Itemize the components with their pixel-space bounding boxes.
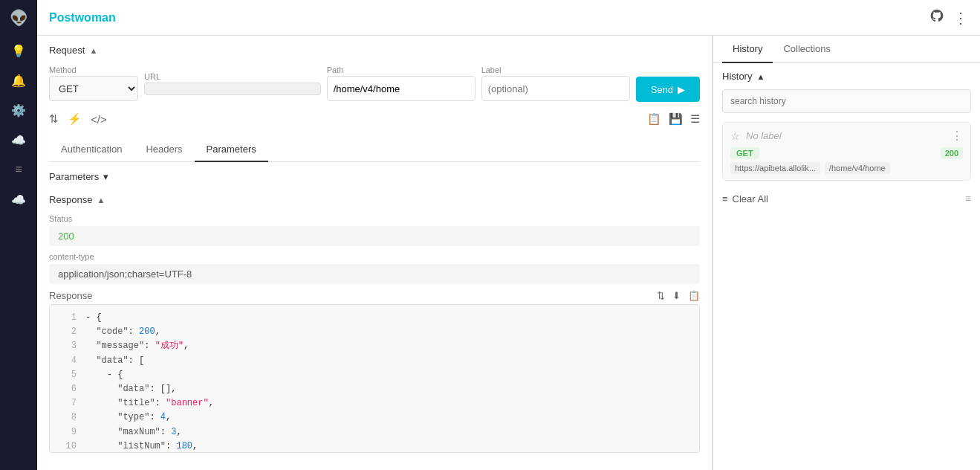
path-label: Path [327, 65, 476, 74]
status-bar: 200 [49, 226, 700, 246]
url-input[interactable] [144, 83, 321, 95]
history-item-method-row: GET 200 [730, 147, 963, 159]
left-panel: Request ▲ Method GET POST PUT DELETE PAT… [37, 36, 713, 470]
path-input[interactable] [327, 76, 476, 101]
clear-all-label: Clear All [733, 193, 768, 205]
url-label: URL [144, 72, 321, 81]
label-label: Label [481, 65, 630, 74]
copy-response-icon[interactable]: 📋 [688, 290, 700, 301]
history-toggle-icon[interactable]: ▲ [756, 72, 765, 81]
swap-icon[interactable]: ⇅ [49, 112, 59, 126]
sidebar-icon-menu[interactable]: ≡ [7, 158, 30, 181]
tab-collections[interactable]: Collections [773, 36, 841, 63]
save-icon[interactable]: 💾 [669, 112, 683, 126]
topbar: Postwoman ⋮ [37, 0, 980, 36]
parameters-toggle-icon[interactable]: ▾ [103, 171, 108, 182]
history-path-short: /home/v4/home [825, 162, 890, 174]
topbar-icons: ⋮ [929, 8, 968, 27]
bolt-icon[interactable]: ⚡ [68, 112, 82, 126]
content-type-value: application/json;charset=UTF-8 [58, 268, 192, 280]
request-section-header: Request ▲ [49, 45, 700, 56]
history-section-header: History ▲ [722, 71, 971, 82]
clear-all-icon: ≡ [722, 193, 728, 205]
method-select[interactable]: GET POST PUT DELETE PATCH [49, 76, 138, 101]
parameters-header[interactable]: Parameters ▾ [49, 171, 700, 182]
clear-all-button[interactable]: ≡ Clear All [722, 193, 768, 205]
response-toggle-icon[interactable]: ▲ [97, 196, 106, 205]
send-label: Send [651, 84, 673, 95]
content-area: Request ▲ Method GET POST PUT DELETE PAT… [37, 36, 980, 470]
expand-icon[interactable]: ⇅ [657, 290, 665, 301]
github-icon[interactable] [929, 8, 944, 27]
sort-icon[interactable]: ≡ [965, 193, 971, 205]
send-button[interactable]: Send ▶ [636, 77, 700, 102]
request-tabs: Authentication Headers Parameters [49, 138, 700, 162]
download-icon[interactable]: ⬇ [672, 290, 681, 301]
history-item: ☆ No label ⋮ GET 200 https://apibeta.all… [722, 122, 971, 181]
tab-headers[interactable]: Headers [134, 138, 194, 162]
sidebar-icon-settings[interactable]: ⚙️ [7, 98, 30, 122]
app-title: Postwoman [49, 11, 116, 25]
sidebar: 👽 💡 🔔 ⚙️ ☁️ ≡ ☁️ [0, 0, 37, 470]
more-options-icon[interactable]: ⋮ [953, 9, 968, 27]
request-row: Method GET POST PUT DELETE PATCH URL Pat… [49, 65, 700, 102]
history-item-label: No label [746, 130, 945, 141]
status-label: Status [49, 214, 700, 223]
sidebar-icon-cloud[interactable]: ☁️ [7, 128, 30, 152]
sidebar-icon-cloud2[interactable]: ☁️ [7, 187, 30, 211]
request-toggle-icon[interactable]: ▲ [89, 46, 97, 55]
history-status-badge: 200 [941, 147, 963, 159]
response-label: Response [49, 194, 93, 205]
response-section: Response ▲ Status 200 content-type appli… [49, 194, 700, 453]
app-logo: 👽 [10, 9, 28, 27]
main-panel: Postwoman ⋮ Request ▲ Method GET POST [37, 0, 980, 470]
clear-all-row: ≡ Clear All ≡ [722, 187, 971, 210]
history-item-top: ☆ No label ⋮ [730, 129, 963, 143]
request-label: Request [49, 45, 85, 56]
response-section-header: Response ▲ [49, 194, 700, 205]
history-method-badge: GET [730, 147, 759, 159]
search-history-input[interactable] [722, 89, 971, 113]
copy-icon[interactable]: 📋 [647, 112, 661, 126]
tab-parameters[interactable]: Parameters [195, 138, 268, 162]
history-urls: https://apibeta.allolik... /home/v4/home [730, 162, 963, 174]
list-icon[interactable]: ☰ [690, 112, 700, 126]
code-icon[interactable]: </> [91, 113, 107, 126]
label-input[interactable] [481, 76, 630, 101]
right-panel-content: History ▲ ☆ No label ⋮ GET 200 htt [713, 63, 980, 470]
status-value: 200 [58, 231, 74, 242]
content-type-bar: application/json;charset=UTF-8 [49, 264, 700, 284]
star-icon[interactable]: ☆ [730, 130, 740, 142]
response-body-label: Response [49, 290, 93, 301]
response-actions: ⇅ ⬇ 📋 [657, 290, 700, 301]
right-panel: History Collections History ▲ ☆ No label… [713, 36, 980, 470]
send-arrow-icon: ▶ [678, 84, 685, 95]
history-url-short: https://apibeta.allolik... [730, 162, 820, 174]
parameters-label: Parameters [49, 171, 99, 182]
tab-authentication[interactable]: Authentication [49, 138, 134, 162]
history-section-label: History [722, 71, 752, 82]
history-item-more-icon[interactable]: ⋮ [951, 129, 963, 143]
right-tabs: History Collections [713, 36, 980, 63]
tab-history[interactable]: History [722, 36, 773, 63]
content-type-label: content-type [49, 252, 700, 261]
toolbar-row: ⇅ ⚡ </> 📋 💾 ☰ [49, 109, 700, 129]
code-block[interactable]: 1- { 2 "code": 200, 3 "message": "成功", 4… [49, 304, 700, 453]
sidebar-icon-notifications[interactable]: 🔔 [7, 68, 30, 92]
method-label: Method [49, 65, 138, 74]
sidebar-icon-home[interactable]: 💡 [7, 39, 30, 62]
response-label-row: Response ⇅ ⬇ 📋 [49, 290, 700, 301]
